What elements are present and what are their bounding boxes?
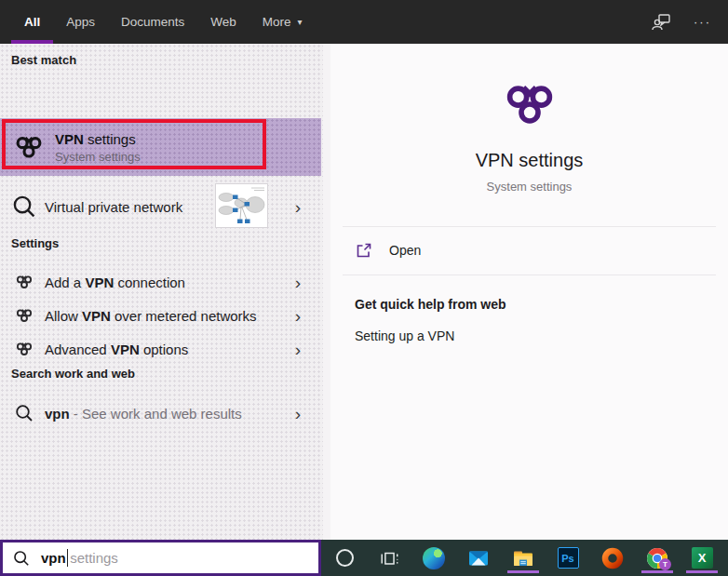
task-view-button[interactable] xyxy=(378,543,400,573)
more-options-icon[interactable]: ··· xyxy=(694,15,711,29)
mail-icon xyxy=(467,547,490,569)
search-suggestion-virtual-private-network[interactable]: Virtual private network › xyxy=(0,181,321,232)
open-icon xyxy=(355,241,373,260)
vpn-icon xyxy=(12,307,36,324)
best-match-subtitle: System settings xyxy=(55,150,141,164)
search-input[interactable]: vpn settings xyxy=(0,540,321,576)
tab-web[interactable]: Web xyxy=(197,0,249,44)
mail-button[interactable] xyxy=(467,543,490,573)
photoshop-icon: Ps xyxy=(558,547,579,569)
result-preview-panel: VPN settings System settings Open Get qu… xyxy=(330,44,728,540)
vpn-icon-large xyxy=(503,79,557,129)
help-link-setting-up-vpn[interactable]: Setting up a VPN xyxy=(355,328,454,343)
open-label: Open xyxy=(389,243,421,258)
tab-documents[interactable]: Documents xyxy=(108,0,197,44)
tab-apps[interactable]: Apps xyxy=(53,0,108,44)
cortana-button[interactable] xyxy=(333,543,356,573)
quick-help-header: Get quick help from web xyxy=(355,297,506,312)
settings-item-add-vpn-connection[interactable]: Add a VPN connection › xyxy=(0,265,321,299)
edge-icon xyxy=(423,547,445,569)
vpn-icon xyxy=(15,133,43,161)
preview-title: VPN settings xyxy=(330,150,728,171)
open-action[interactable]: Open xyxy=(343,227,716,274)
feedback-icon[interactable] xyxy=(651,11,673,33)
best-match-title: VPN settings xyxy=(55,131,141,147)
settings-item-allow-vpn-metered[interactable]: Allow VPN over metered networks › xyxy=(0,299,321,332)
best-match-header: Best match xyxy=(11,53,76,67)
vpn-icon xyxy=(12,274,36,290)
search-icon xyxy=(13,550,30,567)
office-icon xyxy=(601,547,624,569)
file-explorer-icon xyxy=(512,547,534,569)
excel-icon: X xyxy=(692,547,713,569)
photoshop-button[interactable]: Ps xyxy=(557,543,579,573)
text-cursor xyxy=(67,549,69,567)
taskbar: Ps xyxy=(321,540,728,576)
file-explorer-button[interactable] xyxy=(512,543,534,573)
search-filter-bar: All Apps Documents Web More ▾ ··· xyxy=(0,0,728,44)
search-suggestion-text: settings xyxy=(70,550,118,566)
tab-all[interactable]: All xyxy=(11,0,53,44)
task-view-icon xyxy=(379,548,399,569)
web-search-item-vpn[interactable]: vpn - See work and web results › xyxy=(0,395,321,431)
chevron-right-icon[interactable]: › xyxy=(295,405,301,422)
tab-more[interactable]: More ▾ xyxy=(249,0,316,44)
vpn-diagram-thumbnail xyxy=(215,183,268,228)
suggestion-label: Virtual private network xyxy=(45,199,182,215)
cortana-icon xyxy=(336,549,354,567)
vpn-icon xyxy=(12,341,36,357)
settings-item-advanced-vpn-options[interactable]: Advanced VPN options › xyxy=(0,332,321,366)
chevron-right-icon[interactable]: › xyxy=(295,198,301,216)
edge-button[interactable] xyxy=(423,543,445,573)
chevron-down-icon: ▾ xyxy=(298,17,303,27)
best-match-result-vpn-settings[interactable]: VPN settings System settings xyxy=(0,118,321,176)
divider xyxy=(343,275,716,275)
search-results-panel: Best match VPN settings System settings … xyxy=(0,44,323,540)
search-typed-text: vpn xyxy=(41,550,66,566)
chrome-button[interactable]: T xyxy=(646,543,668,573)
filter-tabs: All Apps Documents Web More ▾ xyxy=(11,0,316,44)
settings-section-header: Settings xyxy=(11,236,59,250)
search-icon xyxy=(12,194,36,219)
web-search-section-header: Search work and web xyxy=(11,367,135,381)
chevron-right-icon[interactable]: › xyxy=(295,341,301,358)
chrome-profile-badge: T xyxy=(659,558,671,570)
start-search-panel: All Apps Documents Web More ▾ ··· Best m xyxy=(0,0,728,576)
preview-subtitle: System settings xyxy=(330,180,728,194)
search-icon xyxy=(12,404,36,422)
chevron-right-icon[interactable]: › xyxy=(295,274,301,291)
office-button[interactable] xyxy=(601,543,624,573)
excel-button[interactable]: X xyxy=(691,543,713,573)
chevron-right-icon[interactable]: › xyxy=(295,307,301,325)
